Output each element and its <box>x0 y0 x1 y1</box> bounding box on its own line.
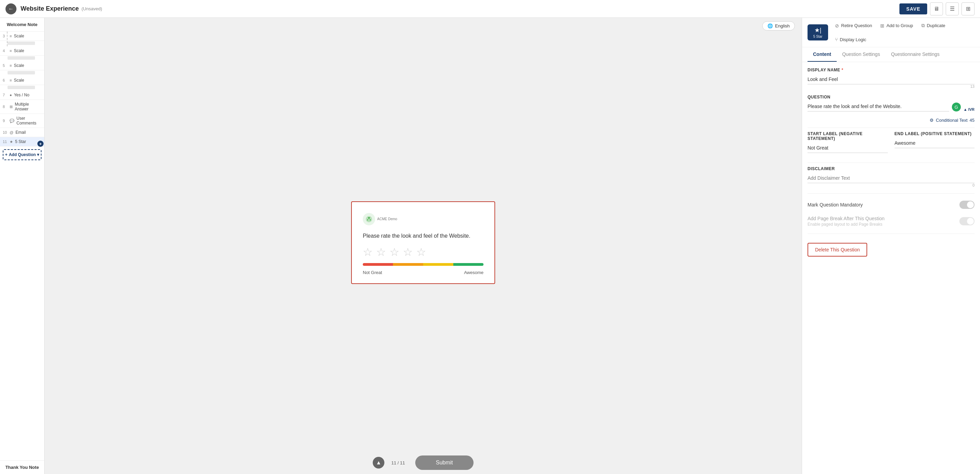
star-5[interactable]: ☆ <box>416 247 426 258</box>
company-logo-icon <box>363 213 375 225</box>
labels-section: START LABEL (NEGATIVE STATEMENT) END LAB… <box>808 131 975 159</box>
rating-labels: Not Great Awesome <box>363 270 484 275</box>
end-label-heading: END LABEL (POSITIVE STATEMENT) <box>895 131 975 136</box>
menu-icon-btn[interactable]: ☰ <box>946 2 959 16</box>
retire-question-action[interactable]: ⊘ Retire Question <box>835 23 872 29</box>
sidebar-item-9[interactable]: 9 💬 User Comments <box>0 114 44 128</box>
sidebar-item-7[interactable]: 7 ● Yes / No <box>0 91 44 100</box>
divider-3 <box>808 193 975 194</box>
survey-preview-area: ACME Demo Please rate the look and feel … <box>45 34 802 451</box>
center-toolbar: 🌐 English <box>45 18 802 34</box>
settings-icon: ⚙ <box>930 118 934 123</box>
retire-icon: ⊘ <box>835 23 839 29</box>
end-label-section: END LABEL (POSITIVE STATEMENT) <box>895 131 975 153</box>
question-type-badge: ★| 5 Star <box>808 24 828 40</box>
add-icon: + <box>5 152 8 157</box>
monitor-icon: 🖥 <box>934 6 939 12</box>
start-label-heading: START LABEL (NEGATIVE STATEMENT) <box>808 131 888 141</box>
share-icon-btn[interactable]: ⊞ <box>961 2 975 16</box>
scale-icon-6: ≡ <box>10 78 12 82</box>
menu-icon: ☰ <box>950 5 955 12</box>
sidebar-item-5[interactable]: 5 ≡ Scale <box>0 61 44 70</box>
duplicate-action[interactable]: ⧉ Duplicate <box>921 23 945 29</box>
center-content: 🌐 English ACME Demo Pl <box>45 18 802 474</box>
divider-1 <box>808 127 975 128</box>
item-bar-4 <box>8 56 35 60</box>
tab-questionnaire-settings[interactable]: Questionnaire Settings <box>885 47 945 62</box>
logic-icon: ⑂ <box>835 37 838 42</box>
display-logic-action[interactable]: ⑂ Display Logic <box>835 37 866 42</box>
conditional-text-row[interactable]: ⚙ Conditional Text 45 <box>808 118 975 123</box>
page-break-label: Add Page Break After This Question <box>808 216 885 221</box>
rating-bar-yellow <box>423 263 453 266</box>
question-section: QUESTION G ▲ IVR <box>808 95 975 111</box>
item-bar-6 <box>8 86 35 89</box>
save-button[interactable]: SAVE <box>899 3 927 14</box>
add-to-group-action[interactable]: ⊞ Add to Group <box>880 23 913 29</box>
preview-icon-btn[interactable]: 🖥 <box>930 2 943 16</box>
tab-content[interactable]: Content <box>808 47 837 62</box>
duplicate-icon: ⧉ <box>921 23 925 29</box>
right-panel-header: ★| 5 Star ⊘ Retire Question ⊞ Add to Gro… <box>802 18 980 47</box>
rating-bar <box>363 263 484 266</box>
disclaimer-input[interactable] <box>808 173 975 183</box>
delete-question-button[interactable]: Delete This Question <box>808 243 867 256</box>
end-label-input[interactable] <box>895 138 975 148</box>
start-label-input[interactable] <box>808 143 888 153</box>
page-break-hint: Enable paged layout to add Page Breaks <box>808 222 885 227</box>
star-icon-sidebar: ★ <box>10 140 13 144</box>
right-tabs: Content Question Settings Questionnaire … <box>802 47 980 62</box>
translate-icon: 🌐 <box>767 23 773 29</box>
start-label-section: START LABEL (NEGATIVE STATEMENT) <box>808 131 888 153</box>
sidebar-welcome[interactable]: Welcome Note <box>0 18 44 32</box>
tab-question-settings[interactable]: Question Settings <box>837 47 886 62</box>
question-input[interactable] <box>808 102 949 111</box>
ivr-button[interactable]: ▲ IVR <box>964 107 975 111</box>
add-question-button[interactable]: + Add Question ▾ <box>3 149 41 160</box>
page-counter: 11 / 11 <box>391 460 405 465</box>
star-badge-icon: ★| <box>815 26 822 34</box>
ai-enhance-button[interactable]: G <box>952 103 961 111</box>
divider-2 <box>808 162 975 163</box>
scale-icon-3: ≡ <box>10 34 12 38</box>
unsaved-label: (Unsaved) <box>82 6 102 11</box>
display-name-section: DISPLAY NAME * 13 <box>808 68 975 89</box>
sidebar-item-6[interactable]: 6 ≡ Scale <box>0 76 44 85</box>
mandatory-toggle[interactable] <box>959 200 975 209</box>
disclaimer-label: DISCLAIMER <box>808 166 975 171</box>
main-layout: Welcome Note 3 ≡ Scale 4 ≡ Scale 5 ≡ <box>0 18 980 474</box>
scale-icon-4: ≡ <box>10 49 12 53</box>
sidebar-item-10[interactable]: 10 @ Email <box>0 128 44 137</box>
survey-logo: ACME Demo <box>363 213 484 225</box>
star-4[interactable]: ☆ <box>403 247 413 258</box>
star-rating-row[interactable]: ☆ ☆ ☆ ☆ ☆ <box>363 247 484 258</box>
scroll-up-button[interactable]: ▲ <box>373 457 384 469</box>
add-plus-circle[interactable]: + <box>37 141 43 147</box>
page-break-toggle[interactable] <box>959 217 975 225</box>
disclaimer-char-count: 0 <box>808 183 975 187</box>
sidebar-item-11[interactable]: 11 ★ 5 Star + <box>0 137 44 146</box>
item-bar-3 <box>8 41 35 45</box>
star-3[interactable]: ☆ <box>390 247 399 258</box>
display-name-input[interactable] <box>808 75 975 84</box>
star-1[interactable]: ☆ <box>363 247 373 258</box>
star-2[interactable]: ☆ <box>376 247 386 258</box>
sidebar: Welcome Note 3 ≡ Scale 4 ≡ Scale 5 ≡ <box>0 18 45 474</box>
back-button[interactable]: ← <box>5 3 16 14</box>
center-footer: ▲ 11 / 11 Submit <box>45 451 802 474</box>
submit-button[interactable]: Submit <box>415 455 474 470</box>
dashed-connector-3 <box>7 32 8 46</box>
question-label: QUESTION <box>808 95 975 99</box>
sidebar-thank-you[interactable]: Thank You Note <box>0 460 44 474</box>
sidebar-item-4[interactable]: 4 ≡ Scale <box>0 46 44 56</box>
char-count-45: 45 <box>970 118 975 123</box>
page-break-toggle-knob <box>967 218 974 225</box>
language-button[interactable]: 🌐 English <box>762 21 795 30</box>
required-star: * <box>842 68 843 72</box>
comments-icon: 💬 <box>10 119 14 123</box>
back-icon: ← <box>8 6 14 12</box>
toggle-knob <box>967 201 974 208</box>
page-break-toggle-row: Add Page Break After This Question Enabl… <box>808 212 975 230</box>
rating-bar-orange <box>393 263 423 266</box>
sidebar-item-8[interactable]: 8 ⊞ Multiple Answer <box>0 100 44 114</box>
